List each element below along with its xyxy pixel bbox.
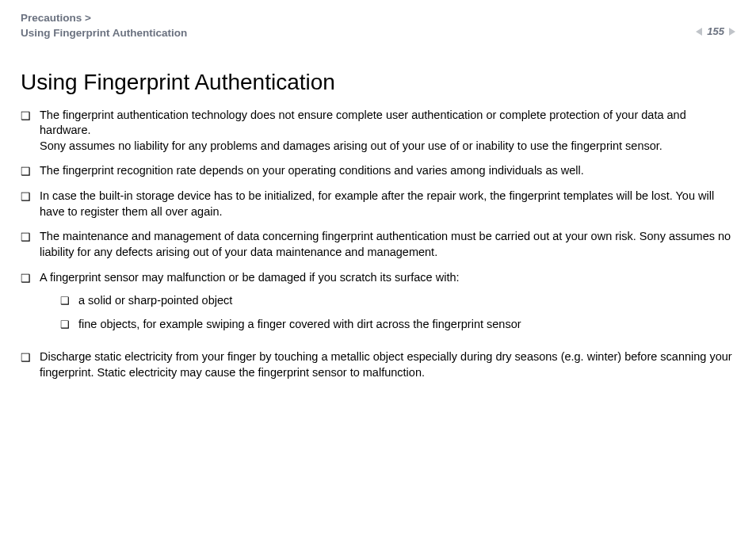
list-item: ❑The maintenance and management of data … bbox=[21, 229, 735, 260]
bullet-text: The maintenance and management of data c… bbox=[40, 229, 735, 260]
bullet-marker-icon: ❑ bbox=[21, 230, 31, 245]
next-page-icon[interactable] bbox=[729, 28, 735, 36]
page-content: Using Fingerprint Authentication ❑The fi… bbox=[0, 48, 756, 399]
breadcrumb: Precautions > Using Fingerprint Authenti… bbox=[21, 11, 187, 41]
list-item: ❑Discharge static electricity from your … bbox=[21, 349, 735, 380]
list-item: ❑The fingerprint authentication technolo… bbox=[21, 108, 735, 154]
bullet-marker-icon: ❑ bbox=[21, 350, 31, 365]
bullet-text-line: The maintenance and management of data c… bbox=[40, 229, 735, 260]
list-item: ❑The fingerprint recognition rate depend… bbox=[21, 163, 735, 179]
bullet-marker-icon: ❑ bbox=[21, 189, 31, 204]
bullet-text: The fingerprint recognition rate depends… bbox=[40, 163, 735, 179]
list-item: ❑In case the built-in storage device has… bbox=[21, 189, 735, 219]
bullet-text-line: Discharge static electricity from your f… bbox=[40, 349, 735, 380]
bullet-text: A fingerprint sensor may malfunction or … bbox=[40, 270, 735, 341]
sub-list-item: ❑fine objects, for example swiping a fin… bbox=[60, 317, 735, 333]
page-number: 155 bbox=[707, 25, 724, 37]
page-title: Using Fingerprint Authentication bbox=[21, 70, 735, 95]
bullet-marker-icon: ❑ bbox=[21, 164, 31, 179]
breadcrumb-line2: Using Fingerprint Authentication bbox=[21, 26, 187, 41]
list-item: ❑A fingerprint sensor may malfunction or… bbox=[21, 270, 735, 341]
bullet-list: ❑The fingerprint authentication technolo… bbox=[21, 108, 735, 381]
bullet-text-line: Sony assumes no liability for any proble… bbox=[40, 139, 735, 154]
bullet-text-line: A fingerprint sensor may malfunction or … bbox=[40, 270, 735, 286]
bullet-text: The fingerprint authentication technolog… bbox=[40, 108, 735, 154]
sub-list-item: ❑a solid or sharp-pointed object bbox=[60, 293, 735, 309]
page-header: Precautions > Using Fingerprint Authenti… bbox=[0, 0, 756, 48]
prev-page-icon[interactable] bbox=[696, 28, 702, 36]
bullet-text-line: In case the built-in storage device has … bbox=[40, 189, 735, 219]
bullet-text-line: The fingerprint recognition rate depends… bbox=[40, 163, 735, 179]
bullet-marker-icon: ❑ bbox=[21, 109, 31, 124]
bullet-text: In case the built-in storage device has … bbox=[40, 189, 735, 219]
sub-bullet-marker-icon: ❑ bbox=[60, 318, 70, 332]
sub-list: ❑a solid or sharp-pointed object❑fine ob… bbox=[60, 293, 735, 332]
breadcrumb-line1: Precautions > bbox=[21, 11, 187, 26]
bullet-marker-icon: ❑ bbox=[21, 271, 31, 286]
bullet-text: Discharge static electricity from your f… bbox=[40, 349, 735, 380]
sub-bullet-text: a solid or sharp-pointed object bbox=[78, 293, 232, 309]
bullet-text-line: The fingerprint authentication technolog… bbox=[40, 108, 735, 139]
sub-bullet-marker-icon: ❑ bbox=[60, 294, 70, 308]
sub-bullet-text: fine objects, for example swiping a fing… bbox=[78, 317, 521, 333]
page-navigation: 155 bbox=[696, 25, 735, 37]
